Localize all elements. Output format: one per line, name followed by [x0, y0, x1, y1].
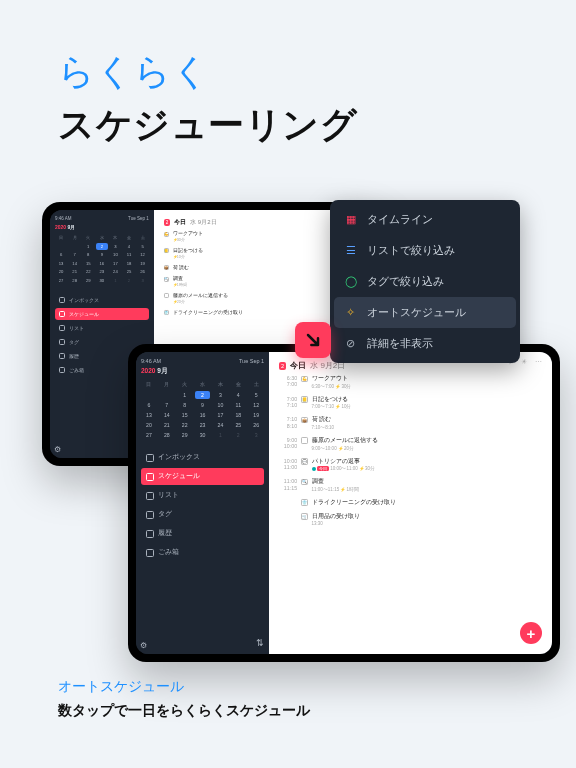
list-nav-icon	[146, 492, 154, 500]
task-title: 日記をつける7:00〜7:10 ⚡10分	[312, 396, 352, 411]
task-checkbox[interactable]: 📦	[301, 417, 308, 424]
task-meta: 9:00〜10:00 ⚡20分	[312, 446, 378, 452]
popup-auto-schedule[interactable]: ✧ オートスケジュール	[334, 297, 516, 328]
task-checkbox[interactable]: 💪	[164, 232, 169, 237]
task-row[interactable]: 👕ドライクリーニングの受け取り	[279, 499, 542, 507]
task-row[interactable]: 9:0010:00藤原のメールに返信する9:00〜10:00 ⚡20分	[279, 437, 542, 452]
nav-inbox[interactable]: インボックス	[141, 449, 264, 466]
task-checkbox[interactable]: 🔍	[301, 479, 308, 486]
cal-year: 2020	[141, 367, 155, 374]
calendar-grid-back[interactable]: 日月火水木金土123456789101112131415161718192021…	[55, 234, 149, 284]
task-title: 荷 読む	[173, 265, 189, 271]
task-row[interactable]: 7:108:10📦荷 読む7:10〜8:10	[279, 416, 542, 431]
task-row[interactable]: 11:0011:15🔍調査11:00〜11:15 ⚡1時間	[279, 478, 542, 493]
more-icon[interactable]: ⋯	[535, 358, 542, 366]
task-checkbox[interactable]: 📦	[164, 265, 169, 270]
settings-icon[interactable]: ⚙	[140, 641, 147, 650]
wand-icon: ✧	[344, 306, 357, 319]
task-title: 日用品の受け取り13:30	[312, 513, 360, 528]
task-title: ドライクリーニングの受け取り	[173, 310, 243, 316]
task-meta: ⚡20分	[173, 300, 228, 305]
nav-schedule[interactable]: スケジュール	[55, 308, 149, 320]
task-title: 日記をつける⚡10分	[173, 248, 203, 260]
task-meta: 7:10〜8:10	[312, 425, 335, 431]
popup-hide-detail[interactable]: ⊘ 詳細を非表示	[334, 328, 516, 359]
task-checkbox[interactable]: 📒	[164, 248, 169, 253]
filter-icon[interactable]: ⇅	[256, 638, 264, 648]
status-date: Tue Sep 1	[128, 216, 149, 221]
popup-filter-list[interactable]: ☰ リストで絞り込み	[334, 235, 516, 266]
task-list-front: 6:307:00💪ワークアウト6:30〜7:00 ⚡30分7:007:10📒日記…	[279, 375, 542, 527]
footer-subtitle: 数タップで一日をらくらくスケジュール	[58, 702, 310, 720]
task-checkbox[interactable]	[164, 293, 169, 298]
history-icon	[146, 530, 154, 538]
task-time: 9:0010:00	[279, 437, 297, 450]
task-checkbox[interactable]: 🔍	[164, 277, 169, 282]
task-meta: 6:30〜7:00 ⚡30分	[312, 384, 352, 390]
nav-tag[interactable]: タグ	[141, 506, 264, 523]
add-task-button[interactable]: +	[520, 622, 542, 644]
task-meta: ⚡30分	[173, 238, 203, 243]
settings-icon[interactable]: ⚙	[54, 445, 61, 454]
task-time: 10:0011:00	[279, 458, 297, 471]
tablet-after: 9:46 AM Tue Sep 1 2020 9月 日月火水木金土1234567…	[128, 344, 560, 662]
cal-month: 9月	[68, 224, 76, 230]
inbox-icon	[59, 297, 65, 303]
footer-title: オートスケジュール	[58, 678, 310, 696]
cal-month: 9月	[157, 367, 168, 374]
task-meta: 11:00〜11:15 ⚡1時間	[312, 487, 359, 493]
task-time: 11:0011:15	[279, 478, 297, 491]
task-row[interactable]: 🛒日用品の受け取り13:30	[279, 513, 542, 528]
task-time: 7:007:10	[279, 396, 297, 409]
task-checkbox[interactable]: 👕	[164, 310, 169, 315]
nav-list[interactable]: リスト	[141, 487, 264, 504]
task-row[interactable]: 10:0011:00💬パトリシアの返事 今日 10:00〜11:00 ⚡30分	[279, 458, 542, 473]
sun-icon[interactable]: ☀	[521, 358, 527, 366]
tag-nav-icon	[146, 511, 154, 519]
task-title: 藤原のメールに返信する9:00〜10:00 ⚡20分	[312, 437, 378, 452]
popup-filter-tag[interactable]: ◯ タグで絞り込み	[334, 266, 516, 297]
task-time: 7:108:10	[279, 416, 297, 429]
trash-icon	[146, 549, 154, 557]
task-meta: 13:30	[312, 521, 360, 527]
hero-title-line2: スケジューリング	[58, 101, 357, 150]
task-row[interactable]: 7:007:10📒日記をつける7:00〜7:10 ⚡10分	[279, 396, 542, 411]
schedule-icon	[146, 473, 154, 481]
task-checkbox[interactable]	[301, 437, 308, 444]
today-date: 水 9月2日	[190, 218, 216, 227]
popup-timeline[interactable]: ▦ タイムライン	[334, 204, 516, 235]
today-badge: 2	[164, 219, 171, 226]
task-checkbox[interactable]: 💪	[301, 376, 308, 383]
task-title: 荷 読む7:10〜8:10	[312, 416, 335, 431]
schedule-icon	[59, 311, 65, 317]
trash-icon	[59, 367, 65, 373]
task-title: ワークアウト6:30〜7:00 ⚡30分	[312, 375, 352, 390]
nav-trash[interactable]: ごみ箱	[141, 544, 264, 561]
popup-filter-tag-label: タグで絞り込み	[367, 274, 444, 289]
nav-history[interactable]: 履歴	[141, 525, 264, 542]
task-title: 調査⚡1時間	[173, 276, 187, 288]
task-checkbox[interactable]: 💬	[301, 458, 308, 465]
task-checkbox[interactable]: 👕	[301, 499, 308, 506]
task-meta: 今日 10:00〜11:00 ⚡30分	[312, 466, 375, 472]
nav-inbox[interactable]: インボックス	[55, 294, 149, 306]
nav-tag[interactable]: タグ	[55, 336, 149, 348]
today-badge: 2	[279, 362, 286, 370]
task-title: ドライクリーニングの受け取り	[312, 499, 396, 507]
task-title: 藤原のメールに返信する⚡20分	[173, 293, 228, 305]
list-icon: ☰	[344, 244, 357, 257]
task-title: パトリシアの返事 今日 10:00〜11:00 ⚡30分	[312, 458, 375, 473]
task-meta: ⚡1時間	[173, 283, 187, 288]
nav-list[interactable]: リスト	[55, 322, 149, 334]
task-checkbox[interactable]: 🛒	[301, 513, 308, 520]
transition-arrow-button	[295, 322, 331, 358]
status-date: Tue Sep 1	[239, 358, 264, 364]
task-checkbox[interactable]: 📒	[301, 396, 308, 403]
task-title: ワークアウト⚡30分	[173, 231, 203, 243]
list-nav-icon	[59, 325, 65, 331]
task-meta: ⚡10分	[173, 255, 203, 260]
calendar-grid-front[interactable]: 日月火水木金土123456789101112131415161718192021…	[141, 380, 264, 439]
nav-schedule[interactable]: スケジュール	[141, 468, 264, 485]
tag-icon: ◯	[344, 275, 357, 288]
task-row[interactable]: 6:307:00💪ワークアウト6:30〜7:00 ⚡30分	[279, 375, 542, 390]
